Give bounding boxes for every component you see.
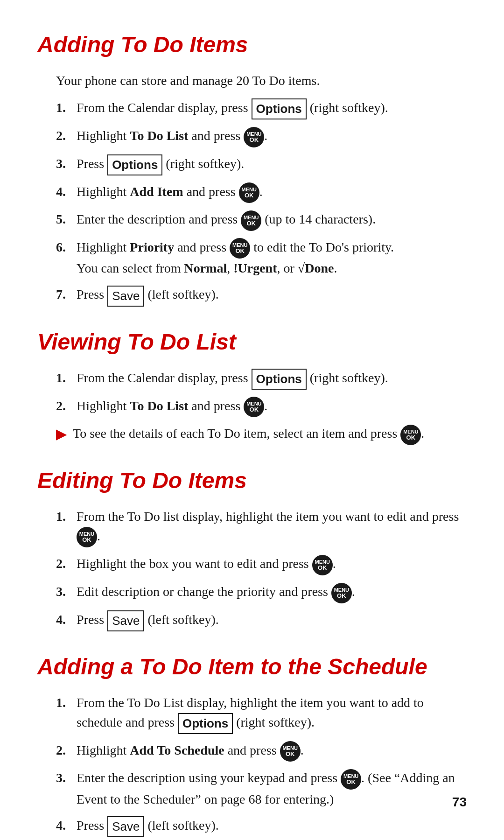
viewing-step-1: 1. From the Calendar display, press Opti… [56,368,467,390]
menu-ok-button: MENUOK [400,425,421,445]
save-button-3: Save [107,816,144,837]
adding-step-6: 6. Highlight Priority and press MENUOK t… [56,238,467,279]
save-button: Save [107,286,144,307]
viewing-title: Viewing To Do List [37,325,467,359]
step-num: 7. [56,285,73,304]
step-num: 6. [56,238,73,257]
step-num: 2. [56,396,73,416]
menu-ok-button: MENUOK [241,210,261,231]
step-num: 1. [56,507,73,526]
step-content: Highlight To Do List and press MENUOK. [77,126,467,147]
step-content: From the Calendar display, press Options… [77,98,467,119]
step-content: Highlight To Do List and press MENUOK. [77,396,467,418]
step-num: 5. [56,210,73,229]
adding-steps-list: 1. From the Calendar display, press Opti… [56,98,467,307]
step-num: 4. [56,182,73,202]
adding-schedule-step-1: 1. From the To Do List display, highligh… [56,693,467,734]
normal-option: Normal [184,261,227,275]
options-button-1: Options [252,98,307,119]
page-number: 73 [452,792,467,812]
adding-step-2: 2. Highlight To Do List and press MENUOK… [56,126,467,147]
step-content: Press Save (left softkey). [77,285,467,306]
todo-list-label-2: To Do List [130,399,188,413]
menu-ok-button: MENUOK [244,397,264,417]
step-content: Highlight Add Item and press MENUOK. [77,182,467,203]
adding-step-1: 1. From the Calendar display, press Opti… [56,98,467,119]
options-button-3: Options [252,369,307,390]
add-item-label: Add Item [130,184,183,199]
step-num: 4. [56,816,73,835]
adding-schedule-section: Adding a To Do Item to the Schedule 1. F… [37,650,467,840]
menu-ok-button: MENUOK [230,238,250,259]
step-num: 4. [56,610,73,630]
viewing-bullet-list: ▶ To see the details of each To Do item,… [56,424,467,445]
editing-step-1: 1. From the To Do list display, highligh… [56,507,467,548]
done-option: √Done [298,261,334,275]
step-content: Highlight Priority and press MENUOK to e… [77,238,467,279]
step-num: 3. [56,154,73,174]
adding-step-4: 4. Highlight Add Item and press MENUOK. [56,182,467,203]
urgent-option: !Urgent [233,261,277,275]
add-to-schedule-label: Add To Schedule [130,743,224,757]
adding-schedule-step-4: 4. Press Save (left softkey). [56,816,467,837]
step-num: 2. [56,741,73,760]
step-num: 3. [56,768,73,788]
editing-step-4: 4. Press Save (left softkey). [56,610,467,631]
adding-schedule-step-3: 3. Enter the description using your keyp… [56,768,467,809]
menu-ok-button: MENUOK [331,583,352,603]
step-content: From the To Do list display, highlight t… [77,507,467,548]
menu-ok-button: MENUOK [312,555,333,575]
adding-section: Adding To Do Items Your phone can store … [37,28,467,307]
step-content: Enter the description and press MENUOK (… [77,210,467,231]
editing-title: Editing To Do Items [37,464,467,497]
adding-intro: Your phone can store and manage 20 To Do… [56,71,467,91]
step-content: Edit description or change the priority … [77,582,467,603]
step-content: Highlight Add To Schedule and press MENU… [77,741,467,762]
editing-steps-list: 1. From the To Do list display, highligh… [56,507,467,631]
menu-ok-button: MENUOK [77,527,97,547]
step-num: 1. [56,368,73,388]
adding-schedule-step-2: 2. Highlight Add To Schedule and press M… [56,741,467,762]
adding-schedule-title: Adding a To Do Item to the Schedule [37,650,467,684]
step-num: 3. [56,582,73,602]
adding-title: Adding To Do Items [37,28,467,62]
options-button-2: Options [107,154,162,175]
options-button-4: Options [178,713,233,734]
adding-step-3: 3. Press Options (right softkey). [56,154,467,175]
viewing-step-2: 2. Highlight To Do List and press MENUOK… [56,396,467,418]
todo-list-label: To Do List [130,128,188,143]
step-content: Press Save (left softkey). [77,610,467,631]
editing-step-3: 3. Edit description or change the priori… [56,582,467,603]
priority-label: Priority [130,240,174,254]
editing-step-2: 2. Highlight the box you want to edit an… [56,554,467,575]
adding-step-5: 5. Enter the description and press MENUO… [56,210,467,231]
step-num: 2. [56,126,73,146]
step-content: Press Save (left softkey). [77,816,467,837]
step-content: Press Options (right softkey). [77,154,467,175]
step-content: From the Calendar display, press Options… [77,368,467,390]
adding-step-7: 7. Press Save (left softkey). [56,285,467,306]
bullet-arrow-icon: ▶ [56,425,67,444]
viewing-bullet-item: ▶ To see the details of each To Do item,… [56,424,467,445]
viewing-steps-list: 1. From the Calendar display, press Opti… [56,368,467,418]
viewing-section: Viewing To Do List 1. From the Calendar … [37,325,467,445]
step-num: 1. [56,98,73,118]
menu-ok-button: MENUOK [280,741,301,762]
step-num: 1. [56,693,73,713]
save-button-2: Save [107,610,144,631]
menu-ok-button: MENUOK [341,769,361,790]
editing-section: Editing To Do Items 1. From the To Do li… [37,464,467,631]
adding-schedule-steps-list: 1. From the To Do List display, highligh… [56,693,467,837]
bullet-text: To see the details of each To Do item, s… [73,424,467,445]
step-content: Enter the description using your keypad … [77,768,467,809]
menu-ok-button: MENUOK [239,182,259,203]
step-num: 2. [56,554,73,574]
menu-ok-button: MENUOK [244,127,264,147]
step-content: From the To Do List display, highlight t… [77,693,467,734]
step-content: Highlight the box you want to edit and p… [77,554,467,575]
